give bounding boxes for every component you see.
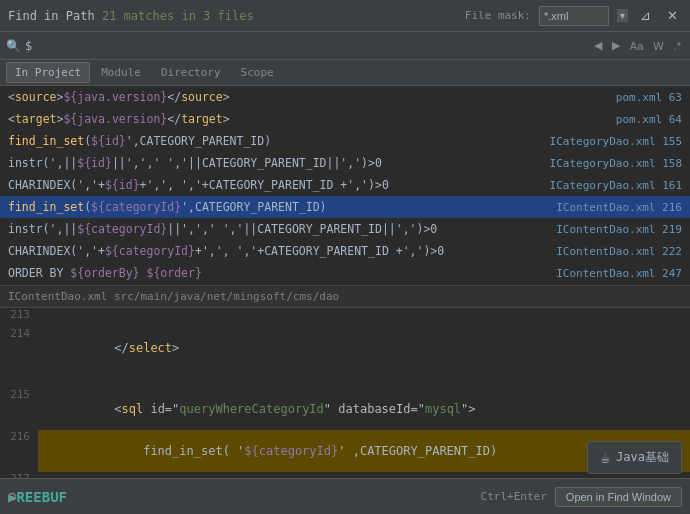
result-row[interactable]: <source>${java.version}</source> pom.xml… — [0, 86, 690, 108]
result-file: IContentDao.xml 216 — [556, 201, 682, 214]
result-code: <source>${java.version}</source> — [8, 90, 608, 104]
result-code: ORDER BY ${orderBy} ${order} — [8, 266, 548, 280]
settings-icon[interactable]: ⚙ — [8, 488, 16, 504]
result-file: ICategoryDao.xml 155 — [550, 135, 682, 148]
match-case-btn[interactable]: Aa — [627, 39, 646, 53]
find-title: Find in Path 21 matches in 3 files — [8, 9, 254, 23]
result-code: instr(',||${id}||',',' ','||CATEGORY_PAR… — [8, 156, 542, 170]
top-bar: Find in Path 21 matches in 3 files File … — [0, 0, 690, 32]
result-row[interactable]: ORDER BY ${orderBy} ${order} IContentDao… — [0, 262, 690, 284]
whole-word-btn[interactable]: W — [650, 39, 666, 53]
result-row[interactable]: find_in_set(${id}',CATEGORY_PARENT_ID) I… — [0, 130, 690, 152]
result-code: instr(',||${categoryId}||',',' ','||CATE… — [8, 222, 548, 236]
code-line: 213 — [0, 308, 690, 327]
tab-in-project[interactable]: In Project — [6, 62, 90, 83]
line-number: 216 — [0, 430, 38, 443]
result-file: IContentDao.xml 247 — [556, 267, 682, 280]
result-file: IContentDao.xml 219 — [556, 223, 682, 236]
search-bar: 🔍 $ ◀ ▶ Aa W .* — [0, 32, 690, 60]
search-icon: 🔍 — [6, 39, 21, 53]
result-code: <target>${java.version}</target> — [8, 112, 608, 126]
result-file: IContentDao.xml 222 — [556, 245, 682, 258]
watermark: ▶REEBUF — [8, 489, 67, 505]
bottom-bar: ⚙ ▶REEBUF Ctrl+Enter Open in Find Window — [0, 478, 690, 514]
line-number: 214 — [0, 327, 38, 340]
line-content: <sql id="queryWhereCategoryId" databaseI… — [38, 388, 690, 430]
tab-directory[interactable]: Directory — [152, 62, 230, 83]
file-mask-input[interactable] — [539, 6, 609, 26]
tabs-bar: In Project Module Directory Scope — [0, 60, 690, 86]
breadcrumb-text: IContentDao.xml src/main/java/net/mingso… — [8, 290, 339, 303]
bottom-right: Ctrl+Enter Open in Find Window — [481, 487, 682, 507]
notification-icon: ☕ — [600, 448, 610, 467]
notification-popup: ☕ Java基础 — [587, 441, 682, 474]
notification-text: Java基础 — [616, 449, 669, 466]
prev-result-btn[interactable]: ◀ — [591, 38, 605, 53]
result-file: ICategoryDao.xml 158 — [550, 157, 682, 170]
file-breadcrumb: IContentDao.xml src/main/java/net/mingso… — [0, 286, 690, 308]
result-code: find_in_set(${categoryId}',CATEGORY_PARE… — [8, 200, 548, 214]
line-number: 213 — [0, 308, 38, 321]
match-count: 21 matches in 3 files — [102, 9, 254, 23]
close-icon[interactable]: ✕ — [663, 6, 682, 25]
code-line: 215 <sql id="queryWhereCategoryId" datab… — [0, 388, 690, 430]
watermark-logo: ▶REEBUF — [8, 489, 67, 505]
line-number: 215 — [0, 388, 38, 401]
results-list: <source>${java.version}</source> pom.xml… — [0, 86, 690, 286]
tab-scope[interactable]: Scope — [232, 62, 283, 83]
result-row[interactable]: CHARINDEX(','+${categoryId}+',', ','+CAT… — [0, 240, 690, 262]
search-query[interactable]: $ — [25, 39, 587, 53]
result-code: CHARINDEX(','+${categoryId}+',', ','+CAT… — [8, 244, 548, 258]
code-line — [0, 369, 690, 388]
result-file: pom.xml 63 — [616, 91, 682, 104]
filter-icon[interactable]: ⊿ — [636, 6, 655, 25]
tab-module[interactable]: Module — [92, 62, 150, 83]
result-row[interactable]: instr(',||${categoryId}||',',' ','||CATE… — [0, 218, 690, 240]
result-file: ICategoryDao.xml 161 — [550, 179, 682, 192]
file-mask-dropdown[interactable]: ▾ — [617, 9, 628, 22]
code-line: 214 </select> — [0, 327, 690, 369]
open-in-find-window-button[interactable]: Open in Find Window — [555, 487, 682, 507]
result-row[interactable]: instr(',||${id}||',',' ','||CATEGORY_PAR… — [0, 152, 690, 174]
result-row-selected[interactable]: find_in_set(${categoryId}',CATEGORY_PARE… — [0, 196, 690, 218]
result-row[interactable]: <target>${java.version}</target> pom.xml… — [0, 108, 690, 130]
shortcut-hint: Ctrl+Enter — [481, 490, 547, 503]
line-content: </select> — [38, 327, 690, 369]
search-options: ◀ ▶ Aa W .* — [591, 38, 684, 53]
result-code: CHARINDEX(','+${id}+',', ','+CATEGORY_PA… — [8, 178, 542, 192]
file-mask-label: File mask: — [465, 9, 531, 22]
result-row[interactable]: CHARINDEX(','+${id}+',', ','+CATEGORY_PA… — [0, 174, 690, 196]
result-file: pom.xml 64 — [616, 113, 682, 126]
result-code: find_in_set(${id}',CATEGORY_PARENT_ID) — [8, 134, 542, 148]
regex-btn[interactable]: .* — [671, 39, 684, 53]
next-result-btn[interactable]: ▶ — [609, 38, 623, 53]
